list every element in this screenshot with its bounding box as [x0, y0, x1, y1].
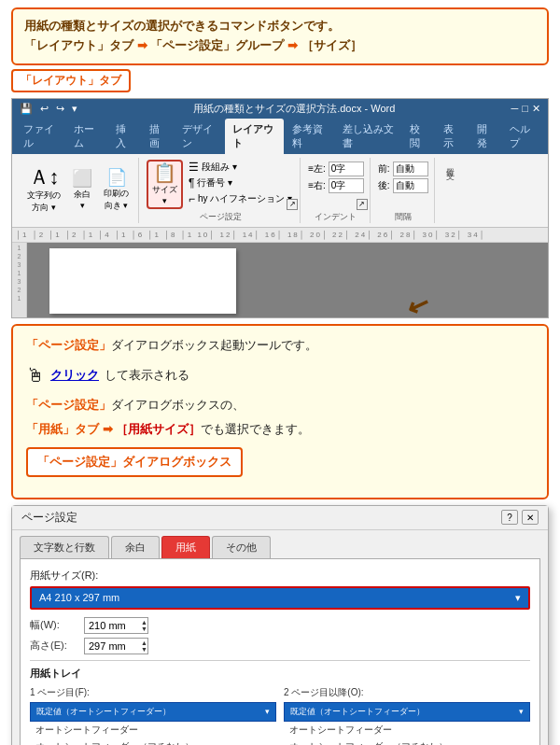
tab-view[interactable]: 表示: [436, 119, 469, 154]
word-window: 💾 ↩ ↪ ▾ 用紙の種類とサイズの選択方法.docx - Word ─ □ ✕…: [11, 98, 549, 318]
separator: [30, 660, 530, 661]
tab-insert[interactable]: 挿入: [108, 119, 141, 154]
dialog-title: ページ設定: [21, 510, 77, 526]
tab-developer[interactable]: 開発: [469, 119, 502, 154]
hyphenation-button[interactable]: ⌐ hy ハイフネーション ▾: [187, 191, 294, 206]
annotation-page-setup-text: 「ページ設定」: [26, 338, 111, 352]
size-button[interactable]: 📋 サイズ▾: [147, 160, 183, 209]
dialog-title-bar: ページ設定 ? ✕: [12, 506, 548, 530]
spacing-before-input[interactable]: [393, 162, 428, 176]
ribbon-tabs: ファイル ホーム 挿入 描画 デザイン レイアウト 参考資料 差し込み文書 校閲…: [12, 119, 548, 154]
other-pages-option-1[interactable]: オートシートフィーダー: [284, 722, 530, 738]
paper-size-label: 用紙サイズ(R):: [30, 569, 530, 583]
other-pages-tray-dropdown[interactable]: 既定値（オートシートフィーダー） ▾: [284, 702, 530, 722]
first-page-dropdown-icon: ▾: [265, 707, 270, 716]
height-spinner[interactable]: ▲ ▼: [141, 640, 147, 653]
paper-size-dropdown[interactable]: A4 210 x 297 mm ▾: [30, 586, 530, 610]
indent-right-row: ≡右:: [308, 178, 364, 193]
tab-file[interactable]: ファイル: [16, 119, 65, 154]
ribbon-group-arrange: 位置 文: [437, 158, 465, 223]
close-icon[interactable]: ✕: [532, 103, 540, 115]
document-page: [49, 248, 236, 314]
first-page-tray-col: 1 ページ目(F): 既定値（オートシートフィーダー） ▾ オートシートフィーダ…: [30, 686, 276, 745]
tab-mailings[interactable]: 差し込み文書: [335, 119, 402, 154]
indent-left-row: ≡左:: [308, 162, 364, 176]
page-setup-small-buttons: ☰ 段組み ▾ ¶ 行番号 ▾ ⌐ hy ハイフネーション ▾: [187, 160, 294, 206]
dialog-tab-other[interactable]: その他: [212, 536, 271, 558]
dialog-tabs: 文字数と行数 余白 用紙 その他: [12, 530, 548, 558]
layout-tab-callout: 「レイアウト」タブ: [11, 69, 131, 92]
mouse-icon: 🖱: [26, 359, 45, 391]
vertical-ruler: 1231321: [12, 243, 27, 317]
spacing-fields: 前: 後:: [378, 162, 428, 193]
title-bar-text: 用紙の種類とサイズの選択方法.docx - Word: [77, 102, 511, 116]
title-bar: 💾 ↩ ↪ ▾ 用紙の種類とサイズの選択方法.docx - Word ─ □ ✕: [12, 99, 548, 119]
dialog-close-button[interactable]: ✕: [522, 510, 539, 525]
ribbon-group-indent: ≡左: ≡右: インデント ↗: [302, 158, 371, 223]
spacing-after-input[interactable]: [393, 178, 428, 193]
dialog-title-icons: ? ✕: [501, 510, 539, 525]
ribbon-content: Ａ↕ 文字列の方向 ▾ ⬜ 余白▾ 📄 印刷の向き ▾ 📋 サイズ▾: [12, 154, 548, 228]
height-row: 高さ(E): ▲ ▼: [30, 638, 530, 654]
other-pages-label: 2 ページ目以降(O):: [284, 686, 530, 699]
tab-layout[interactable]: レイアウト: [225, 119, 283, 154]
columns-icon: ☰: [189, 161, 199, 174]
columns-button[interactable]: ☰ 段組み ▾: [187, 160, 294, 175]
ribbon-group-page-setup: 📋 サイズ▾ ☰ 段組み ▾ ¶ 行番号 ▾ ⌐ hy ハイフネーショ: [141, 158, 301, 223]
tray-row: 1 ページ目(F): 既定値（オートシートフィーダー） ▾ オートシートフィーダ…: [30, 686, 530, 745]
top-annotation-line1: 用紙の種類とサイズの選択ができるコマンドボタンです。: [24, 19, 340, 33]
tab-design[interactable]: デザイン: [175, 119, 224, 154]
spacing-after-row: 後:: [378, 178, 428, 193]
ribbon-group-page1: Ａ↕ 文字列の方向 ▾ ⬜ 余白▾ 📄 印刷の向き ▾: [18, 158, 139, 223]
maximize-icon[interactable]: □: [522, 103, 528, 115]
indent-left-input[interactable]: [329, 162, 364, 176]
line-numbers-icon: ¶: [189, 176, 194, 190]
paper-tray-label: 用紙トレイ: [30, 667, 530, 681]
page-setup-dialog-launcher[interactable]: ↗: [287, 199, 298, 210]
first-page-label: 1 ページ目(F):: [30, 686, 276, 699]
height-input[interactable]: [85, 639, 141, 654]
ribbon-group-spacing: 前: 後: 間隔: [372, 158, 435, 223]
indent-dialog-launcher[interactable]: ↗: [357, 199, 368, 210]
width-input[interactable]: [85, 618, 141, 633]
dropdown-chevron-icon: ▾: [515, 592, 521, 604]
indent-right-input[interactable]: [329, 178, 364, 193]
line-numbers-button[interactable]: ¶ 行番号 ▾: [187, 176, 294, 190]
undo-icon[interactable]: ↩: [40, 103, 49, 115]
width-spinner[interactable]: ▲ ▼: [141, 619, 147, 632]
height-label: 高さ(E):: [30, 639, 77, 653]
dialog-body: 用紙サイズ(R): A4 210 x 297 mm ▾ 幅(W): ▲ ▼ 高さ…: [20, 558, 540, 745]
margins-button[interactable]: ⬜ 余白▾: [68, 168, 96, 212]
hyphenation-icon: ⌐: [189, 192, 195, 205]
text-direction-icon: Ａ↕: [29, 167, 60, 188]
dialog-help-button[interactable]: ?: [501, 510, 518, 525]
document-area: 1231321: [12, 243, 548, 317]
text-direction-button[interactable]: Ａ↕ 文字列の方向 ▾: [23, 165, 64, 216]
first-page-option-2[interactable]: オートシートフィーダー（フチなし）: [30, 738, 276, 745]
paper-size-group: 用紙サイズ(R): A4 210 x 297 mm ▾: [30, 569, 530, 610]
tab-help[interactable]: ヘルプ: [502, 119, 543, 154]
paper-size-value: A4 210 x 297 mm: [39, 592, 119, 603]
size-icon: 📋: [153, 163, 176, 182]
minimize-icon[interactable]: ─: [511, 103, 519, 115]
width-label: 幅(W):: [30, 618, 77, 632]
redo-icon[interactable]: ↪: [56, 103, 64, 115]
dialog-tab-margins[interactable]: 余白: [111, 536, 160, 558]
save-icon[interactable]: 💾: [20, 103, 33, 115]
other-pages-tray-col: 2 ページ目以降(O): 既定値（オートシートフィーダー） ▾ オートシートフィ…: [284, 686, 530, 745]
bottom-annotation: 「ページ設定」ダイアログボックス起動ツールです。 🖱 クリックして表示される 「…: [11, 324, 549, 499]
indent-fields: ≡左: ≡右:: [308, 162, 364, 193]
orientation-button[interactable]: 📄 印刷の向き ▾: [100, 167, 133, 214]
margins-icon: ⬜: [72, 170, 92, 187]
first-page-tray-dropdown[interactable]: 既定値（オートシートフィーダー） ▾: [30, 702, 276, 722]
tab-draw[interactable]: 描画: [142, 119, 175, 154]
tab-home[interactable]: ホーム: [66, 119, 107, 154]
tab-review[interactable]: 校閲: [402, 119, 435, 154]
other-pages-option-2[interactable]: オートシートフィーダー（フチなし）: [284, 738, 530, 745]
first-page-option-1[interactable]: オートシートフィーダー: [30, 722, 276, 738]
dialog-tab-chars[interactable]: 文字数と行数: [20, 536, 109, 558]
width-row: 幅(W): ▲ ▼: [30, 617, 530, 634]
tab-references[interactable]: 参考資料: [285, 119, 334, 154]
dialog-tab-paper[interactable]: 用紙: [161, 536, 210, 558]
dialog-label: 「ページ設定」ダイアログボックス: [26, 447, 243, 477]
